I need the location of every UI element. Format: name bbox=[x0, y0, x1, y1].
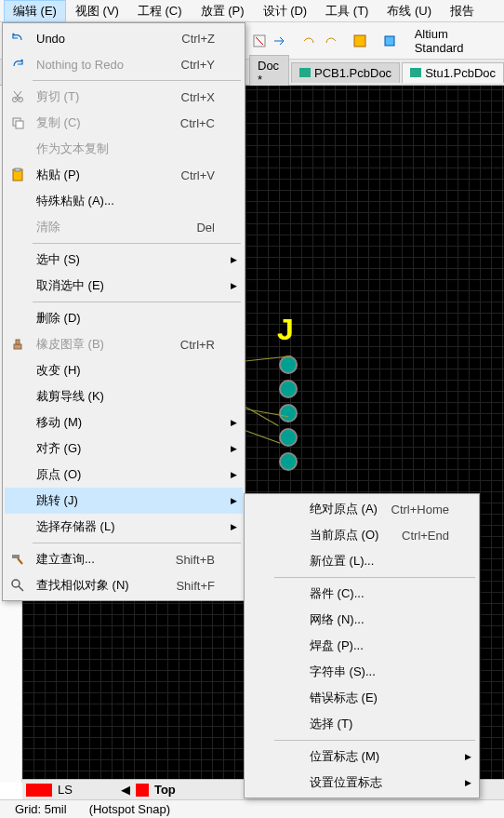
submenu-arrow-icon: ▶ bbox=[231, 522, 237, 531]
layer-ls[interactable]: LS bbox=[58, 783, 73, 797]
menu-item[interactable]: 查找相似对象 (N)Shift+F bbox=[5, 572, 243, 598]
menu-separator bbox=[33, 243, 241, 244]
menu-item-label: 网络 (N)... bbox=[304, 611, 455, 628]
menu-item[interactable]: 绝对原点 (A)Ctrl+Home bbox=[246, 496, 477, 522]
menu-tools[interactable]: 工具 (T) bbox=[316, 0, 378, 22]
layer-swatch[interactable] bbox=[136, 784, 149, 797]
menu-item-label: 当前原点 (O) bbox=[304, 527, 402, 543]
menu-item[interactable]: 原点 (O)▶ bbox=[5, 462, 243, 488]
svg-line-15 bbox=[18, 558, 22, 564]
menu-item-label: 字符串 (S)... bbox=[304, 664, 455, 680]
menu-item-label: 特殊粘贴 (A)... bbox=[31, 193, 220, 209]
menu-route[interactable]: 布线 (U) bbox=[378, 0, 441, 22]
redo-icon[interactable] bbox=[322, 33, 338, 49]
menu-item[interactable]: 建立查询...Shift+B bbox=[5, 546, 243, 572]
menu-place[interactable]: 放置 (P) bbox=[192, 0, 254, 22]
menu-project[interactable]: 工程 (C) bbox=[128, 0, 192, 22]
menu-design[interactable]: 设计 (D) bbox=[254, 0, 317, 22]
menu-item[interactable]: 当前原点 (O)Ctrl+End bbox=[246, 522, 477, 548]
menu-edit[interactable]: 编辑 (E) bbox=[4, 0, 66, 22]
submenu-arrow-icon: ▶ bbox=[231, 281, 237, 290]
tab-doc[interactable]: Doc * bbox=[249, 55, 289, 89]
toolbar-profile[interactable]: Altium Standard bbox=[411, 27, 504, 55]
pcb-icon bbox=[299, 68, 311, 77]
menu-item[interactable]: 焊盘 (P)... bbox=[246, 633, 477, 659]
hammer-icon bbox=[5, 552, 31, 567]
arrow-left-icon[interactable]: ◀ bbox=[121, 783, 130, 797]
pcb-icon bbox=[410, 68, 421, 77]
menu-item-label: 橡皮图章 (B) bbox=[31, 336, 180, 353]
menu-item-label: 位置标志 (M) bbox=[304, 748, 455, 765]
tab-pcb1[interactable]: PCB1.PcbDoc bbox=[291, 62, 400, 83]
menu-item: 作为文本复制 bbox=[5, 136, 243, 162]
menu-item[interactable]: 移动 (M)▶ bbox=[5, 409, 243, 436]
svg-rect-2 bbox=[354, 35, 365, 47]
menu-item-shortcut: Ctrl+X bbox=[181, 90, 220, 104]
menu-item-label: 剪切 (T) bbox=[31, 88, 181, 105]
menu-item-label: 焊盘 (P)... bbox=[304, 637, 455, 654]
menu-item[interactable]: 改变 (H) bbox=[5, 357, 243, 383]
menu-item-label: 取消选中 (E) bbox=[31, 277, 220, 294]
submenu-arrow-icon: ▶ bbox=[465, 752, 471, 761]
menu-item-label: 选择 (T) bbox=[304, 716, 455, 732]
menu-item[interactable]: 对齐 (G)▶ bbox=[5, 436, 243, 462]
menu-item[interactable]: 位置标志 (M)▶ bbox=[246, 744, 477, 770]
menu-item[interactable]: 新位置 (L)... bbox=[246, 548, 477, 574]
layer-top[interactable]: Top bbox=[154, 783, 176, 797]
via-column[interactable] bbox=[279, 355, 298, 471]
search-icon bbox=[5, 578, 31, 593]
menu-item[interactable]: 器件 (C)... bbox=[246, 581, 477, 607]
tab-stu1[interactable]: Stu1.PcbDoc bbox=[402, 62, 504, 83]
status-grid: Grid: 5mil bbox=[15, 802, 67, 816]
status-bar: Grid: 5mil (Hotspot Snap) bbox=[0, 799, 504, 818]
menu-item: 复制 (C)Ctrl+C bbox=[5, 110, 243, 136]
menu-item[interactable]: UndoCtrl+Z bbox=[5, 25, 243, 51]
menu-item-label: 选中 (S) bbox=[31, 251, 220, 268]
menu-item[interactable]: 选中 (S)▶ bbox=[5, 247, 243, 273]
menu-item: 清除Del bbox=[5, 214, 243, 240]
menu-item[interactable]: 特殊粘贴 (A)... bbox=[5, 188, 243, 214]
svg-rect-11 bbox=[15, 168, 20, 171]
menu-item-shortcut: Ctrl+End bbox=[402, 529, 455, 543]
layer-swatch[interactable] bbox=[26, 784, 52, 797]
menu-item[interactable]: 跳转 (J)▶ bbox=[5, 488, 243, 514]
menu-separator bbox=[33, 543, 241, 543]
svg-point-16 bbox=[12, 580, 20, 587]
menu-item[interactable]: 裁剪导线 (K) bbox=[5, 383, 243, 409]
toolbar-icon-2[interactable] bbox=[272, 33, 288, 49]
menu-item[interactable]: 网络 (N)... bbox=[246, 607, 477, 633]
via[interactable] bbox=[279, 452, 298, 471]
menu-item-label: 复制 (C) bbox=[31, 114, 180, 131]
copy-icon bbox=[5, 115, 31, 130]
menu-item: 剪切 (T)Ctrl+X bbox=[5, 84, 243, 110]
edit-dropdown: UndoCtrl+ZNothing to RedoCtrl+Y剪切 (T)Ctr… bbox=[2, 22, 245, 601]
via[interactable] bbox=[279, 380, 298, 398]
menu-view[interactable]: 视图 (V) bbox=[66, 0, 128, 22]
menu-item[interactable]: 选择 (T) bbox=[246, 711, 477, 737]
submenu-arrow-icon: ▶ bbox=[231, 444, 237, 453]
toolbar-icon-5[interactable] bbox=[351, 33, 368, 49]
menu-item[interactable]: 粘贴 (P)Ctrl+V bbox=[5, 162, 243, 188]
submenu-arrow-icon: ▶ bbox=[465, 778, 471, 787]
svg-rect-9 bbox=[16, 121, 23, 128]
menu-item-label: 作为文本复制 bbox=[31, 141, 220, 157]
menu-item: Nothing to RedoCtrl+Y bbox=[5, 51, 243, 77]
via[interactable] bbox=[279, 355, 298, 374]
menu-item-label: 清除 bbox=[31, 219, 196, 235]
menu-item[interactable]: 错误标志 (E) bbox=[246, 685, 477, 711]
menu-item[interactable]: 取消选中 (E)▶ bbox=[5, 273, 243, 299]
menu-item[interactable]: 字符串 (S)... bbox=[246, 659, 477, 685]
menu-separator bbox=[274, 577, 475, 578]
menu-item[interactable]: 选择存储器 (L)▶ bbox=[5, 514, 243, 540]
via[interactable] bbox=[279, 428, 298, 447]
menu-report[interactable]: 报告 bbox=[441, 0, 484, 22]
undo-icon[interactable] bbox=[301, 33, 318, 49]
svg-line-17 bbox=[19, 586, 23, 591]
via[interactable] bbox=[279, 404, 298, 422]
toolbar-icon-6[interactable] bbox=[381, 33, 398, 49]
toolbar-icon-1[interactable] bbox=[251, 33, 268, 49]
menu-item-label: Nothing to Redo bbox=[31, 58, 181, 72]
menu-item[interactable]: 删除 (D) bbox=[5, 305, 243, 331]
jump-submenu: 绝对原点 (A)Ctrl+Home当前原点 (O)Ctrl+End新位置 (L)… bbox=[244, 493, 480, 798]
menu-item[interactable]: 设置位置标志▶ bbox=[246, 770, 477, 796]
